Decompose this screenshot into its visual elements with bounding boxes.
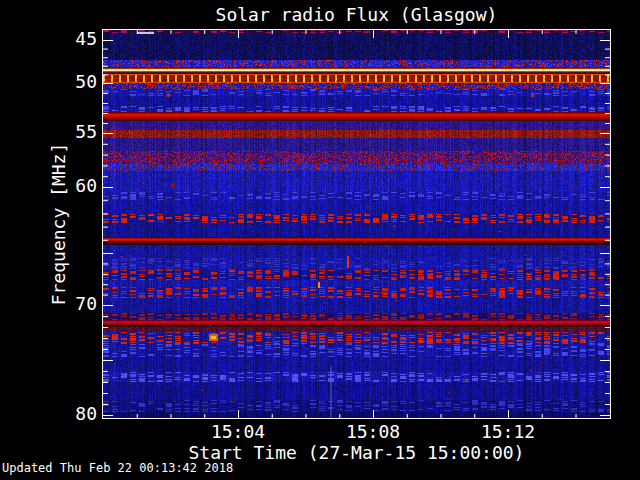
x-axis-title: Start Time (27-Mar-15 15:00:00) (102, 444, 611, 462)
y-tick-label-80: 80 (60, 405, 97, 423)
x-tick-label-1508: 15:08 (343, 423, 403, 441)
solar-radio-spectrogram-page: Solar radio Flux (Glasgow) 45 50 55 60 7… (0, 0, 640, 480)
y-axis-title: Frequency [MHz] (50, 143, 68, 306)
x-tick-label-1512: 15:12 (478, 423, 538, 441)
updated-timestamp: Updated Thu Feb 22 00:13:42 2018 (2, 462, 233, 475)
plot-frame (102, 29, 611, 419)
spectrogram-image (103, 30, 610, 418)
y-tick-label-45: 45 (60, 30, 97, 48)
x-tick-label-1504: 15:04 (208, 423, 268, 441)
y-tick-label-50: 50 (60, 73, 97, 91)
chart-title: Solar radio Flux (Glasgow) (102, 6, 611, 24)
y-tick-label-55: 55 (60, 123, 97, 141)
